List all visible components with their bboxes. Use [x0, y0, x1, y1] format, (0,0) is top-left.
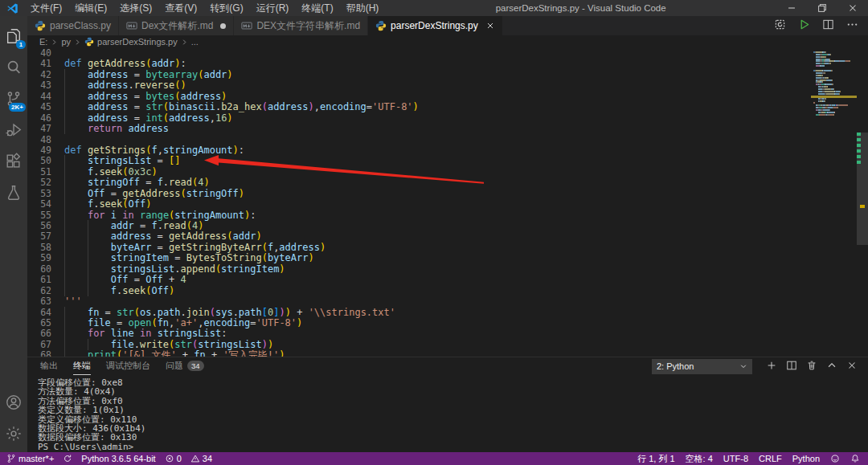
- line-number[interactable]: 67: [27, 340, 51, 350]
- code-line[interactable]: 50 stringsList = []: [27, 156, 868, 166]
- line-number[interactable]: 47: [27, 124, 51, 134]
- line-number[interactable]: 42: [27, 70, 51, 80]
- line-number[interactable]: 45: [27, 102, 51, 112]
- terminal[interactable]: 字段偏移位置: 0xe8方法数量: 4(0x4)方法偏移位置: 0xf0类定义数…: [27, 375, 868, 452]
- status-item-git-branch[interactable]: master*+: [6, 454, 54, 463]
- line-number[interactable]: 59: [27, 253, 51, 263]
- code-line[interactable]: 64 fn = str(os.path.join(sys.path[0])) +…: [27, 308, 868, 318]
- panel-tab-输出[interactable]: 输出: [40, 358, 58, 375]
- code-line[interactable]: 68 print('[&] 文件' + fn + '写入完毕!'): [27, 350, 868, 357]
- line-number[interactable]: 52: [27, 177, 51, 188]
- menu-item[interactable]: 查看(V): [158, 0, 203, 16]
- status-item-encoding[interactable]: UTF-8: [723, 454, 748, 463]
- line-number[interactable]: 53: [27, 189, 51, 199]
- close-panel-button[interactable]: [846, 360, 858, 373]
- status-item-language-mode[interactable]: Python: [792, 454, 820, 463]
- line-number[interactable]: 48: [27, 135, 51, 145]
- line-number[interactable]: 63: [27, 296, 51, 307]
- menu-item[interactable]: 选择(S): [113, 0, 158, 16]
- line-number[interactable]: 60: [27, 264, 51, 275]
- code-line[interactable]: 55 for i in range(stringAmount):: [27, 210, 868, 221]
- line-number[interactable]: 57: [27, 231, 51, 242]
- terminal-select[interactable]: 2: Python: [652, 359, 752, 374]
- code-line[interactable]: 44 address = bytes(address): [27, 92, 868, 102]
- code-line[interactable]: 52 stringOff = f.read(4): [27, 177, 868, 188]
- status-item-warnings[interactable]: 34: [190, 454, 212, 463]
- code-line[interactable]: 62 f.seek(Off): [27, 286, 868, 296]
- minimize-button[interactable]: [776, 0, 807, 16]
- tab-Dex文件解析.md[interactable]: Dex文件解析.md: [119, 16, 234, 35]
- status-item-feedback[interactable]: [830, 454, 840, 463]
- line-number[interactable]: 43: [27, 80, 51, 91]
- tab-parseClass.py[interactable]: parseClass.py: [27, 16, 119, 35]
- code-line[interactable]: 66 for line in stringsList:: [27, 328, 868, 339]
- panel-tab-终端[interactable]: 终端: [73, 358, 91, 375]
- minimap[interactable]: [813, 49, 855, 116]
- menu-item[interactable]: 文件(F): [24, 0, 68, 16]
- activity-bar-item-source-control[interactable]: 2K+: [0, 83, 27, 114]
- code-line[interactable]: 46 address = int(address,16): [27, 113, 868, 124]
- menu-item[interactable]: 转到(G): [203, 0, 249, 16]
- more-actions-button[interactable]: [846, 18, 858, 33]
- tab-DEX文件字符串解析.md[interactable]: DEX文件字符串解析.md: [234, 16, 368, 35]
- line-number[interactable]: 66: [27, 328, 51, 339]
- line-number[interactable]: 51: [27, 167, 51, 177]
- code-line[interactable]: 48: [27, 135, 868, 145]
- code-line[interactable]: 59 stringItem = BytesToString(byteArr): [27, 253, 868, 263]
- activity-bar-item-test[interactable]: [0, 177, 27, 208]
- menu-item[interactable]: 运行(R): [250, 0, 296, 16]
- status-item-sync-changes[interactable]: [63, 454, 72, 463]
- status-item-errors[interactable]: 0: [165, 454, 182, 463]
- split-editor-button[interactable]: [822, 18, 834, 33]
- panel-tab-问题[interactable]: 问题34: [166, 358, 204, 375]
- code-line[interactable]: 67 file.write(str(stringsList)): [27, 340, 868, 350]
- activity-bar-item-explorer[interactable]: 1: [0, 20, 27, 51]
- split-terminal-button[interactable]: [786, 360, 797, 373]
- code-line[interactable]: 53 Off = getAddress(stringOff): [27, 189, 868, 199]
- line-number[interactable]: 68: [27, 350, 51, 357]
- code-line[interactable]: 56 addr = f.read(4): [27, 221, 868, 231]
- code-line[interactable]: 45 address = str(binascii.b2a_hex(addres…: [27, 102, 868, 112]
- menu-item[interactable]: 编辑(E): [68, 0, 113, 16]
- line-number[interactable]: 50: [27, 156, 51, 166]
- menu-item[interactable]: 终端(T): [295, 0, 339, 16]
- line-number[interactable]: 64: [27, 308, 51, 318]
- breadcrumb-item[interactable]: ...: [191, 37, 199, 47]
- menu-item[interactable]: 帮助(H): [340, 0, 386, 16]
- line-number[interactable]: 46: [27, 113, 51, 124]
- status-item-python-interpreter[interactable]: Python 3.6.5 64-bit: [81, 454, 155, 463]
- sync-file-button[interactable]: [774, 18, 786, 33]
- line-number[interactable]: 56: [27, 221, 51, 231]
- code-area[interactable]: 4041def getAddress(addr):42 address = by…: [27, 48, 868, 357]
- status-item-cursor-position[interactable]: 行 1, 列 1: [637, 453, 674, 465]
- breadcrumb-item[interactable]: py: [61, 37, 71, 47]
- code-line[interactable]: 57 address = getAddress(addr): [27, 231, 868, 242]
- code-line[interactable]: 43 address.reverse(): [27, 80, 868, 91]
- code-line[interactable]: 40: [27, 48, 868, 59]
- status-item-notifications[interactable]: [850, 454, 860, 463]
- activity-bar-item-settings[interactable]: [0, 418, 27, 449]
- code-line[interactable]: 49def getStrings(f,stringAmount):: [27, 145, 868, 156]
- new-terminal-button[interactable]: [766, 360, 777, 373]
- status-item-indentation[interactable]: 空格: 4: [686, 453, 713, 465]
- line-number[interactable]: 44: [27, 92, 51, 102]
- activity-bar-item-search[interactable]: [0, 51, 27, 83]
- status-item-eol[interactable]: CRLF: [759, 454, 782, 463]
- close-tab-icon[interactable]: [485, 21, 495, 31]
- line-number[interactable]: 49: [27, 145, 51, 156]
- code-line[interactable]: 65 file = open(fn,'a+',encoding='UTF-8'): [27, 318, 868, 328]
- code-line[interactable]: 51 f.seek(0x3c): [27, 167, 868, 177]
- activity-bar-item-extensions[interactable]: [0, 145, 27, 177]
- activity-bar-item-run-debug[interactable]: [0, 114, 27, 145]
- code-line[interactable]: 42 address = bytearray(addr): [27, 70, 868, 80]
- line-number[interactable]: 61: [27, 275, 51, 285]
- kill-terminal-button[interactable]: [806, 360, 817, 373]
- activity-bar-item-account[interactable]: [0, 386, 27, 418]
- line-number[interactable]: 40: [27, 48, 51, 59]
- code-line[interactable]: 58 byteArr = getStringByteArr(f,address): [27, 243, 868, 253]
- code-line[interactable]: 41def getAddress(addr):: [27, 59, 868, 69]
- line-number[interactable]: 55: [27, 210, 51, 221]
- line-number[interactable]: 62: [27, 286, 51, 296]
- run-python-file-button[interactable]: [798, 18, 810, 33]
- restore-button[interactable]: [807, 0, 837, 16]
